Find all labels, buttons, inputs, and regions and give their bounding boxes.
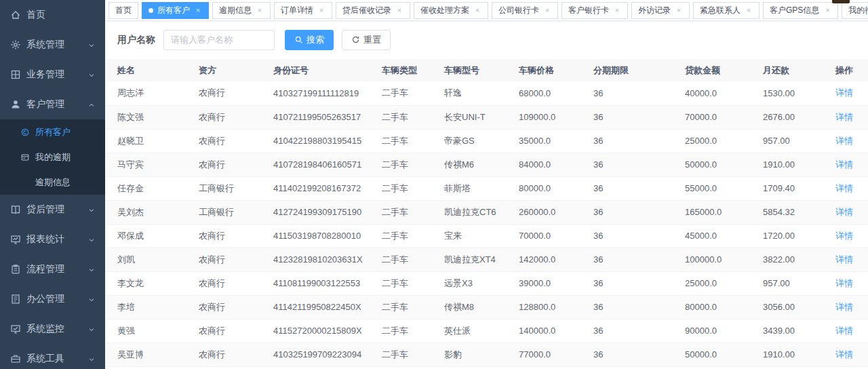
sidebar-item-label: 所有客户 (35, 126, 96, 138)
table-cell: 传祺M6 (432, 153, 507, 176)
table-cell: 农商行 (186, 105, 261, 129)
tab-company-bank-card[interactable]: 公司银行卡× (492, 2, 558, 19)
sidebar-item-report-stats[interactable]: 报表统计 (0, 225, 105, 254)
close-icon[interactable]: × (745, 6, 753, 14)
tab-customer-gps[interactable]: 客户GPS信息× (763, 2, 838, 19)
table-row: 吴亚博农商行410325199709223094二手车影豹77000.03650… (105, 343, 868, 366)
tab-visit-records[interactable]: 外访记录× (631, 2, 690, 19)
monitor-icon (10, 324, 21, 334)
sidebar-item-home[interactable]: 首页 (0, 0, 105, 30)
tab-label: 逾期信息 (219, 5, 252, 16)
detail-link[interactable]: 详情 (835, 254, 853, 265)
detail-link[interactable]: 详情 (835, 88, 853, 98)
table-row: 邓保成农商行411503198708280010二手车宝来70000.03645… (105, 224, 868, 248)
table-cell: 马守宾 (105, 153, 186, 176)
table-cell: 3056.00 (751, 295, 832, 319)
search-button[interactable]: 搜索 (285, 30, 334, 50)
table-cell: 工商银行 (186, 200, 261, 224)
tab-my-todo[interactable]: 我的待办× (842, 2, 868, 19)
close-icon[interactable]: × (256, 6, 264, 14)
reset-button[interactable]: 重置 (342, 30, 391, 50)
table-cell: 411503198708280010 (261, 224, 370, 248)
close-icon[interactable]: × (543, 6, 551, 14)
sidebar-item-system-monitor[interactable]: 系统监控 (0, 314, 105, 344)
table-cell: 50000.0 (673, 153, 751, 176)
sidebar-item-my-overdue[interactable]: 我的逾期 (0, 144, 105, 170)
refresh-icon (351, 35, 360, 44)
sidebar-item-customer-mgmt[interactable]: 客户管理 (0, 90, 105, 119)
table-cell: 410325199709223094 (261, 343, 370, 366)
tab-all-customers[interactable]: 所有客户× (142, 2, 209, 19)
search-icon (294, 35, 303, 44)
detail-link[interactable]: 详情 (835, 302, 853, 312)
table-cell: 90000.0 (673, 319, 751, 343)
table-cell: 凯迪拉克CT6 (432, 200, 507, 224)
tab-label: 首页 (115, 5, 132, 16)
detail-link[interactable]: 详情 (835, 207, 853, 217)
close-icon[interactable]: × (823, 6, 831, 14)
table-cell: 黄强 (105, 319, 186, 343)
close-icon[interactable]: × (317, 6, 326, 14)
column-header: 月还款 (751, 59, 832, 81)
sidebar-item-label: 客户管理 (26, 98, 87, 111)
table-cell: 二手车 (370, 176, 432, 200)
detail-link[interactable]: 详情 (835, 136, 853, 146)
table-cell: 吴亚博 (105, 343, 186, 366)
detail-link[interactable]: 详情 (835, 349, 853, 360)
close-icon[interactable]: × (473, 6, 481, 14)
detail-link[interactable]: 详情 (835, 183, 853, 193)
close-icon[interactable]: × (194, 6, 202, 14)
table-cell: 39000.0 (507, 271, 581, 295)
table-row: 赵晓卫农商行410422198803195415二手车帝豪GS35000.036… (105, 129, 868, 153)
table-cell (432, 366, 507, 369)
detail-link[interactable]: 详情 (835, 278, 853, 288)
detail-link[interactable]: 详情 (835, 112, 853, 122)
sidebar-item-loan-mgmt[interactable]: 贷后管理 (0, 195, 105, 225)
detail-link[interactable]: 详情 (835, 159, 853, 170)
tab-label: 客户GPS信息 (770, 5, 819, 16)
close-icon[interactable]: × (613, 6, 621, 14)
table-cell: 36 (581, 248, 673, 271)
table-cell: 农商行 (186, 153, 261, 176)
customer-name-input[interactable] (163, 30, 275, 50)
sidebar-item-business-mgmt[interactable]: 业务管理 (0, 60, 105, 90)
tab-order-details[interactable]: 订单详情× (274, 2, 332, 19)
table-row: 李培农商行41142119950822450X二手车传祺M8128800.036… (105, 295, 868, 319)
table-cell: 农商行 (186, 81, 261, 105)
sidebar-item-overdue-info[interactable]: 逾期信息 (0, 170, 105, 195)
sidebar-item-process-mgmt[interactable]: 流程管理 (0, 254, 105, 284)
tab-home[interactable]: 首页 (108, 2, 138, 19)
table-cell: 40000.0 (673, 81, 751, 105)
table-cell: 36 (581, 343, 673, 366)
app-window: 首页系统管理业务管理客户管理所有客户我的逾期逾期信息贷后管理报表统计流程管理办公… (0, 0, 868, 369)
sidebar-item-system-tools[interactable]: 系统工具 (0, 344, 105, 369)
tab-collection-records[interactable]: 贷后催收记录× (336, 2, 410, 19)
tab-emergency-contacts[interactable]: 紧急联系人× (693, 2, 760, 19)
tab-overdue-info[interactable]: 逾期信息× (212, 2, 271, 19)
table-cell: 41152720000215809X (261, 319, 370, 343)
table-cell: 36 (581, 319, 673, 343)
tab-collection-plan[interactable]: 催收处理方案× (414, 2, 488, 19)
overdue-icon (20, 153, 30, 162)
close-icon[interactable]: × (675, 6, 683, 14)
chevron-down-icon (87, 235, 96, 244)
table-cell: 35000.0 (507, 129, 581, 153)
home-icon (10, 9, 21, 20)
sidebar-item-all-customers[interactable]: 所有客户 (0, 119, 105, 144)
table-cell: 1910.00 (751, 153, 832, 176)
sidebar-item-office-mgmt[interactable]: 办公管理 (0, 284, 105, 314)
user-icon (10, 99, 21, 110)
main-area: 首页所有客户×逾期信息×订单详情×贷后催收记录×催收处理方案×公司银行卡×客户银… (105, 0, 868, 369)
document-icon (10, 294, 21, 305)
chevron-up-icon (87, 100, 96, 109)
close-icon[interactable]: × (395, 6, 403, 14)
table-cell: 农商行 (186, 295, 261, 319)
table-cell: 410327199111112819 (261, 81, 370, 105)
table-cell: 36 (581, 224, 673, 248)
detail-link[interactable]: 详情 (835, 231, 853, 241)
sidebar-item-system-mgmt[interactable]: 系统管理 (0, 30, 105, 60)
tab-customer-bank-card[interactable]: 客户银行卡× (561, 2, 628, 19)
table-cell: 25000.0 (673, 271, 751, 295)
detail-link[interactable]: 详情 (835, 326, 853, 336)
table-cell (370, 366, 432, 369)
